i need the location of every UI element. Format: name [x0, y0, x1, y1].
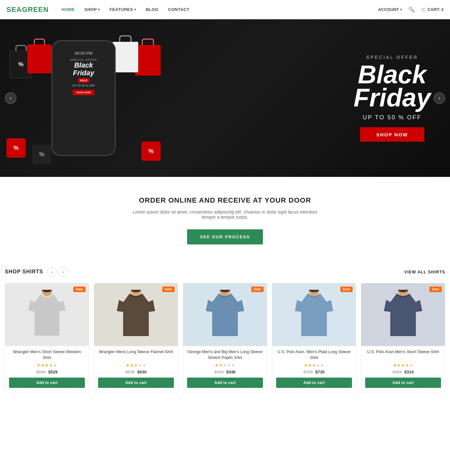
section-title: SHOP SHIRTS [5, 269, 43, 275]
product-info: George Men's and Big Men's Long Sleeve S… [183, 346, 267, 374]
bag-white-right [113, 35, 138, 72]
star-icon: ★ [227, 363, 231, 368]
search-icon[interactable]: 🔍 [408, 6, 415, 13]
product-prices: $364 $314 [365, 370, 441, 374]
star-icon: ★ [320, 363, 324, 368]
original-price: $536 [125, 370, 135, 374]
brand-highlight: G [22, 5, 28, 14]
chevron-down-icon: ▾ [400, 8, 402, 11]
product-prices: $536 $530 [98, 370, 174, 374]
star-icon: ★ [142, 363, 146, 368]
order-section: ORDER ONLINE AND RECEIVE AT YOUR DOOR Lo… [0, 177, 450, 261]
shop-shirts-section: SHOP SHIRTS ‹ › VIEW ALL SHIRTS [0, 261, 450, 406]
sale-badge: Sale! [429, 287, 442, 292]
product-card: Sale! U.S. Polo Assn Men's Short Sleeve … [361, 283, 445, 393]
hero-banner: 09:00 PM SPECIAL OFFER Black Friday SALE… [0, 19, 450, 177]
carousel-next-button[interactable]: › [59, 267, 68, 277]
brand-name-part1: SEA [6, 5, 22, 14]
section-header-left: SHOP SHIRTS ‹ › [5, 267, 68, 277]
add-to-cart-button[interactable]: Add to cart [187, 378, 263, 388]
sale-price: $346 [226, 370, 236, 374]
star-icon: ★ [37, 363, 40, 368]
sale-badge: Sale! [73, 287, 86, 292]
product-image: Sale! [272, 283, 356, 346]
phone-time: 09:00 PM [75, 51, 93, 56]
star-icon: ★ [393, 363, 397, 368]
chevron-down-icon: ▾ [134, 8, 136, 11]
star-icon: ★ [134, 363, 138, 368]
view-all-shirts-link[interactable]: VIEW ALL SHIRTS [404, 270, 445, 274]
hero-right-content: SPECIAL OFFER Black Friday UP TO 50 % OF… [354, 55, 431, 142]
product-prices: $352 $346 [187, 370, 263, 374]
product-stars: ★★★★★ [9, 363, 85, 368]
sale-price: $314 [404, 370, 414, 374]
phone-shop-button[interactable]: SHOP NOW [73, 90, 94, 95]
brand-name-part2: REEN [28, 5, 49, 14]
order-description: Lorem ipsum dolor sit amet, consectetur … [129, 209, 321, 220]
star-icon: ★ [401, 363, 405, 368]
product-name: Wrangler Men's Short Sleeve Western Shir… [9, 349, 85, 361]
star-icon: ★ [126, 363, 130, 368]
original-price: $352 [214, 370, 224, 374]
nav-shop[interactable]: SHOP ▾ [85, 7, 100, 12]
product-stars: ★★★★★ [187, 363, 263, 368]
star-icon: ★ [130, 363, 134, 368]
star-icon: ★ [49, 363, 53, 368]
section-header: SHOP SHIRTS ‹ › VIEW ALL SHIRTS [5, 267, 445, 277]
nav-links: HOME SHOP ▾ FEATURES ▾ BLOG CONTACT [62, 7, 378, 12]
star-icon: ★ [410, 363, 413, 368]
product-info: Wrangler Men's Short Sleeve Western Shir… [5, 346, 89, 374]
slider-prev-button[interactable]: ‹ [5, 92, 16, 104]
sale-price: $530 [137, 370, 147, 374]
nav-features[interactable]: FEATURES ▾ [110, 7, 136, 12]
carousel-prev-button[interactable]: ‹ [47, 267, 57, 277]
product-image: Sale! [5, 283, 89, 346]
original-price: $564 [36, 370, 46, 374]
nav-contact[interactable]: CONTACT [168, 7, 189, 12]
product-image: Sale! [183, 283, 267, 346]
hero-shop-button[interactable]: SHOP NOW [360, 127, 424, 142]
star-icon: ★ [312, 363, 316, 368]
bag-red-center-left [27, 39, 51, 73]
carousel-nav: ‹ › [47, 267, 68, 277]
star-icon: ★ [138, 363, 142, 368]
product-card: Sale! Wrangler Men's Short Sleeve Wester… [5, 283, 89, 393]
add-to-cart-button[interactable]: Add to cart [9, 378, 85, 388]
product-stars: ★★★★★ [365, 363, 441, 368]
cart-button[interactable]: 🛒 CART: 2 [421, 7, 444, 12]
nav-right: ACCOUNT ▾ 🔍 🛒 CART: 2 [378, 6, 444, 13]
original-price: $756 [303, 370, 313, 374]
cart-icon: 🛒 [421, 7, 426, 12]
phone-off-text: UP TO 50 % OFF [72, 84, 95, 87]
product-card: Sale! Wrangler Mens Long Sleeve Flannel … [94, 283, 178, 393]
shirt-image [5, 283, 89, 346]
star-icon: ★ [219, 363, 223, 368]
product-image: Sale! [94, 283, 178, 346]
shirt-image [272, 283, 356, 346]
shirt-image [361, 283, 445, 346]
bag-red-right [135, 39, 161, 76]
hero-special-offer: SPECIAL OFFER [354, 55, 431, 60]
add-to-cart-button[interactable]: Add to cart [98, 378, 174, 388]
product-name: George Men's and Big Men's Long Sleeve S… [187, 349, 263, 361]
hero-headline: Black Friday [354, 63, 431, 109]
star-icon: ★ [304, 363, 308, 368]
hero-discount-text: UP TO 50 % OFF [354, 114, 431, 121]
star-icon: ★ [223, 363, 227, 368]
nav-home[interactable]: HOME [62, 7, 75, 12]
original-price: $364 [392, 370, 402, 374]
chevron-down-icon: ▾ [98, 8, 100, 11]
sale-badge: Sale! [162, 287, 175, 292]
product-stars: ★★★★★ [276, 363, 352, 368]
see-process-button[interactable]: SEE OUR PROCESS [187, 229, 263, 244]
brand-logo[interactable]: SEAGREEN [6, 5, 49, 14]
product-info: Wrangler Mens Long Sleeve Flannel Shirt … [94, 346, 178, 374]
product-card: Sale! George Men's and Big Men's Long Sl… [183, 283, 267, 393]
product-name: U.S. Polo Assn. Men's Plaid Long Sleeve … [276, 349, 352, 361]
add-to-cart-button[interactable]: Add to cart [276, 378, 352, 388]
nav-blog[interactable]: BLOG [146, 7, 158, 12]
nav-account[interactable]: ACCOUNT ▾ [378, 7, 402, 12]
order-title: ORDER ONLINE AND RECEIVE AT YOUR DOOR [6, 196, 444, 205]
add-to-cart-button[interactable]: Add to cart [365, 378, 441, 388]
slider-next-button[interactable]: › [434, 92, 445, 104]
